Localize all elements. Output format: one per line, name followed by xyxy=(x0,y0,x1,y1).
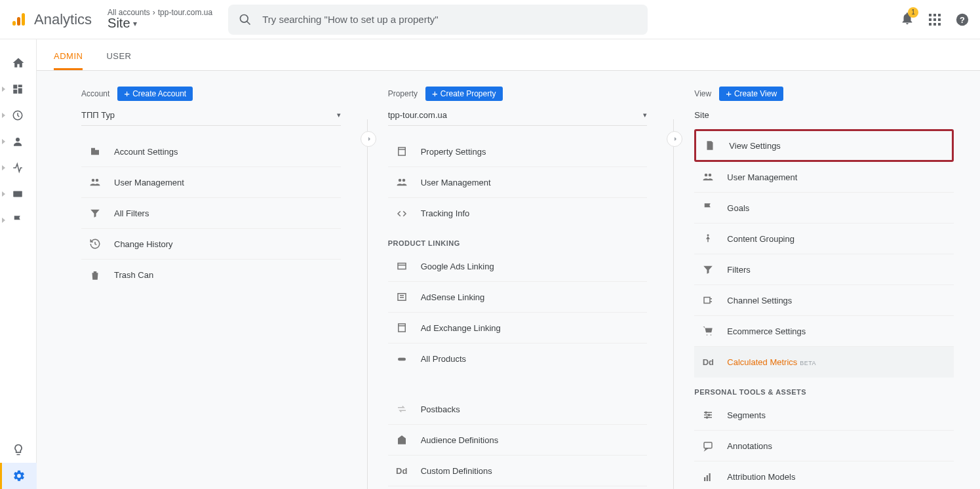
svg-point-12 xyxy=(16,138,20,142)
building-icon xyxy=(88,146,102,157)
filter-icon xyxy=(701,264,715,275)
property-column: Property + Create Property tpp-tour.com.… xyxy=(367,87,674,489)
audience-icon xyxy=(395,434,409,446)
svg-point-21 xyxy=(402,179,405,182)
svg-rect-41 xyxy=(704,477,705,481)
breadcrumb[interactable]: All accounts › tpp-tour.com.ua Site ▾ xyxy=(108,8,212,31)
view-selector[interactable]: Site xyxy=(694,106,954,125)
person-running-icon xyxy=(701,233,715,244)
content-grouping-item[interactable]: Content Grouping xyxy=(694,224,954,254)
create-view-label: Create View xyxy=(734,89,777,98)
account-label: Account xyxy=(81,89,109,98)
view-label: View xyxy=(694,89,711,98)
account-trash-item[interactable]: Trash Can xyxy=(81,260,341,290)
svg-rect-2 xyxy=(22,13,25,26)
svg-rect-13 xyxy=(13,191,22,197)
create-view-button[interactable]: + Create View xyxy=(719,87,783,101)
ecommerce-settings-item[interactable]: Ecommerce Settings xyxy=(694,316,954,347)
dropdown-arrow-icon: ▾ xyxy=(133,19,137,28)
attribution-models-item[interactable]: Attribution Models xyxy=(694,461,954,489)
create-property-button[interactable]: + Create Property xyxy=(425,87,502,101)
tab-user[interactable]: USER xyxy=(106,51,131,70)
custom-definitions-item[interactable]: Dd Custom Definitions xyxy=(388,456,648,486)
page-icon xyxy=(703,140,717,151)
transfer-right-icon[interactable] xyxy=(361,131,376,147)
admin-tabs: ADMIN USER xyxy=(37,39,980,71)
ad-exchange-linking-item[interactable]: Ad Exchange Linking xyxy=(388,313,648,343)
view-settings-item[interactable]: View Settings xyxy=(694,129,954,162)
users-icon xyxy=(395,176,409,188)
rail-conversions[interactable] xyxy=(0,207,37,233)
search-placeholder: Try searching "How to set up a property" xyxy=(262,14,439,25)
rail-realtime[interactable] xyxy=(0,102,37,128)
dd-icon: Dd xyxy=(395,466,409,476)
svg-point-31 xyxy=(709,174,712,177)
adsense-linking-item[interactable]: AdSense Linking xyxy=(388,282,648,313)
ads-icon xyxy=(395,260,409,272)
search-box[interactable]: Try searching "How to set up a property" xyxy=(228,5,648,35)
property-label: Property xyxy=(388,89,418,98)
plus-icon: + xyxy=(432,88,438,98)
svg-rect-14 xyxy=(91,148,95,155)
all-products-item[interactable]: All Products xyxy=(388,343,648,374)
view-filters-item[interactable]: Filters xyxy=(694,254,954,285)
view-column: View + Create View Site View Settings xyxy=(673,87,980,489)
acquisition-icon xyxy=(12,162,24,174)
rail-admin[interactable] xyxy=(0,463,37,489)
cart-icon xyxy=(701,325,715,337)
account-filters-item[interactable]: All Filters xyxy=(81,198,341,229)
tab-admin[interactable]: ADMIN xyxy=(54,51,83,70)
expand-arrow-icon xyxy=(2,139,5,144)
logo-area[interactable]: Analytics xyxy=(10,11,92,28)
segments-item[interactable]: Segments xyxy=(694,400,954,431)
rail-behavior[interactable] xyxy=(0,181,37,207)
channel-settings-item[interactable]: Channel Settings xyxy=(694,285,954,316)
audience-definitions-item[interactable]: Audience Definitions xyxy=(388,425,648,456)
property-settings-item[interactable]: Property Settings xyxy=(388,136,648,167)
account-settings-item[interactable]: Account Settings xyxy=(81,136,341,167)
rail-acquisition[interactable] xyxy=(0,155,37,181)
rail-customization[interactable] xyxy=(0,76,37,102)
calculated-metrics-item[interactable]: Dd Calculated MetricsBETA xyxy=(694,347,954,378)
channel-icon xyxy=(701,294,715,306)
account-history-item[interactable]: Change History xyxy=(81,229,341,260)
help-icon[interactable]: ? xyxy=(955,12,970,27)
lightbulb-icon xyxy=(12,443,25,456)
property-user-mgmt-item[interactable]: User Management xyxy=(388,167,648,198)
svg-point-20 xyxy=(398,179,401,182)
svg-rect-22 xyxy=(398,264,406,269)
svg-point-38 xyxy=(709,414,710,416)
data-import-item[interactable]: Dd Data Import xyxy=(388,486,648,489)
rail-discover[interactable] xyxy=(0,437,37,463)
svg-text:?: ? xyxy=(960,14,965,24)
notifications-button[interactable]: 1 xyxy=(900,11,914,28)
segments-icon xyxy=(701,409,715,421)
rail-home[interactable] xyxy=(0,50,37,76)
personal-tools-label: PERSONAL TOOLS & ASSETS xyxy=(694,388,954,396)
property-selected: tpp-tour.com.ua xyxy=(388,110,447,120)
left-rail xyxy=(0,39,37,489)
flag-icon xyxy=(12,214,24,226)
create-account-button[interactable]: + Create Account xyxy=(117,87,193,101)
account-selector[interactable]: ТПП Тур ▾ xyxy=(81,106,341,126)
property-tracking-item[interactable]: Tracking Info xyxy=(388,198,648,229)
users-icon xyxy=(88,176,102,188)
apps-grid-icon[interactable] xyxy=(929,14,941,26)
notification-badge: 1 xyxy=(908,7,918,18)
svg-rect-15 xyxy=(95,150,99,155)
svg-rect-8 xyxy=(18,85,22,87)
google-ads-linking-item[interactable]: Google Ads Linking xyxy=(388,251,648,282)
property-selector[interactable]: tpp-tour.com.ua ▾ xyxy=(388,106,648,126)
gear-icon xyxy=(12,469,26,482)
goals-item[interactable]: Goals xyxy=(694,193,954,224)
account-user-mgmt-item[interactable]: User Management xyxy=(81,167,341,198)
svg-rect-43 xyxy=(709,473,711,481)
svg-point-16 xyxy=(92,179,95,182)
view-user-mgmt-item[interactable]: User Management xyxy=(694,162,954,193)
annotation-icon xyxy=(701,440,715,452)
link-icon xyxy=(395,353,409,365)
postbacks-item[interactable]: Postbacks xyxy=(388,394,648,425)
rail-audience[interactable] xyxy=(0,128,37,155)
annotations-item[interactable]: Annotations xyxy=(694,431,954,461)
create-property-label: Create Property xyxy=(441,89,496,98)
